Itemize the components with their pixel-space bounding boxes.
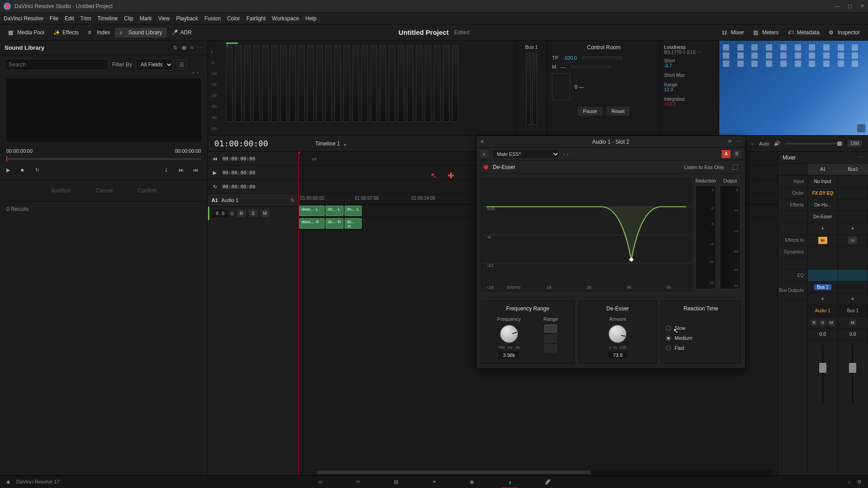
preset-next-icon[interactable]: › xyxy=(567,151,569,157)
dynamics-graph[interactable] xyxy=(808,246,838,270)
menu-color[interactable]: Color xyxy=(227,15,240,22)
eq-graph[interactable] xyxy=(808,270,838,282)
track-fx-icon[interactable]: fx xyxy=(290,197,294,203)
mixer-ch-a1[interactable]: A1 xyxy=(808,164,838,175)
menu-clip[interactable]: Clip xyxy=(124,15,133,22)
menu-timeline[interactable]: Timeline xyxy=(97,15,118,22)
sort-icon[interactable]: ⇅ xyxy=(173,45,177,51)
skip-fwd-icon[interactable]: ⏭ xyxy=(179,167,187,175)
clip-3[interactable]: de... ·L xyxy=(344,206,362,216)
monitor-volume-slider[interactable] xyxy=(785,143,844,145)
preset-prev-icon[interactable]: ‹ xyxy=(563,151,565,157)
play-icon[interactable]: ▶ xyxy=(6,167,14,175)
menu-view[interactable]: View xyxy=(158,15,170,22)
home-icon[interactable]: ⌂ xyxy=(848,479,851,485)
ab-b-button[interactable]: B xyxy=(732,150,741,158)
sound-library-button[interactable]: ♪Sound Library xyxy=(115,28,167,38)
bus-output[interactable]: Bus 1 xyxy=(814,284,831,290)
menu-fusion[interactable]: Fusion xyxy=(204,15,221,22)
clip-2[interactable]: de... ·L xyxy=(326,206,344,216)
confirm-button[interactable]: Confirm xyxy=(130,185,165,197)
mixer-ch-bus[interactable]: Bus1 xyxy=(838,164,868,175)
grid-view-icon[interactable]: ▦ xyxy=(182,45,186,51)
ch-s[interactable]: S xyxy=(819,319,826,326)
frequency-value[interactable]: 3.98k xyxy=(499,352,520,359)
bus-dynamics-graph[interactable] xyxy=(838,246,868,270)
expand-monitor-icon[interactable] xyxy=(857,124,865,132)
deliver-page-icon[interactable]: 🚀 xyxy=(542,478,553,487)
effects-button[interactable]: ✨Effects xyxy=(49,28,83,38)
bus-add-icon[interactable]: + xyxy=(808,293,838,305)
filter-options-icon[interactable]: ☰ xyxy=(177,60,187,70)
menu-edit[interactable]: Edit xyxy=(65,15,74,22)
prev-result-icon[interactable]: ‹ xyxy=(193,70,194,75)
maximize-icon[interactable]: ▢ xyxy=(848,3,852,9)
timeline-selector[interactable]: Timeline 1⌄ xyxy=(315,141,347,147)
dim-button[interactable]: DIM xyxy=(848,140,862,147)
ab-a-button[interactable]: A xyxy=(722,150,731,158)
pause-button[interactable]: Pause xyxy=(578,107,603,116)
cancel-button[interactable]: Cancel xyxy=(88,185,121,197)
ch-vol[interactable]: 0.0 xyxy=(808,328,838,340)
ch-r[interactable]: R xyxy=(811,319,818,326)
mixer-menu-icon[interactable]: ⋯ xyxy=(859,155,863,160)
menu-mark[interactable]: Mark xyxy=(140,15,152,22)
preview-scrubber[interactable] xyxy=(6,158,201,160)
solo-button[interactable]: S xyxy=(249,209,258,217)
bus-m[interactable]: M xyxy=(849,319,856,326)
reset-button[interactable]: Reset xyxy=(606,107,630,116)
fx-close-icon[interactable]: ✕ xyxy=(480,139,484,145)
tc-in[interactable]: 00:00:00:00 xyxy=(222,156,255,162)
menu-workspace[interactable]: Workspace xyxy=(272,15,299,22)
bus-eq-graph[interactable] xyxy=(838,270,868,282)
frequency-knob[interactable] xyxy=(500,324,519,343)
bus-effects-in-button[interactable]: In xyxy=(848,237,857,244)
menu-file[interactable]: File xyxy=(50,15,58,22)
track-volume[interactable]: 0.0 xyxy=(213,210,227,217)
list-view-icon[interactable]: ≡ xyxy=(191,45,193,51)
fx-add-icon[interactable]: + xyxy=(808,223,838,235)
ess-only-checkbox[interactable] xyxy=(732,164,738,170)
menu-resolve[interactable]: DaVinci Resolve xyxy=(4,15,43,22)
preset-select[interactable]: Male ESS* xyxy=(492,149,560,159)
playhead[interactable] xyxy=(298,152,299,475)
minimize-icon[interactable]: — xyxy=(835,3,840,9)
reaction-fast-radio[interactable]: Fast xyxy=(666,345,736,351)
goto-start-icon[interactable]: ⏮ xyxy=(212,155,218,162)
range-narrow-icon[interactable] xyxy=(544,324,557,333)
filter-select[interactable]: All Fields xyxy=(136,59,173,70)
media-page-icon[interactable]: ▭ xyxy=(315,478,326,487)
tc-play[interactable]: 00:00:00:00 xyxy=(222,170,255,176)
fusion-page-icon[interactable]: ✦ xyxy=(429,478,439,487)
range-wide-icon[interactable] xyxy=(544,334,557,343)
media-pool-button[interactable]: ▦Media Pool xyxy=(4,28,49,38)
clip-1[interactable]: dees... ·L xyxy=(299,206,325,216)
scrub-playhead[interactable] xyxy=(6,156,7,162)
search-input[interactable] xyxy=(5,59,108,70)
mute-button[interactable]: M xyxy=(260,209,269,217)
inspector-toggle[interactable]: ⚙Inspector xyxy=(824,28,864,38)
automation-icon[interactable]: ⊙ xyxy=(230,211,234,216)
ch-m[interactable]: M xyxy=(828,319,835,326)
fx-slot-1[interactable]: De-Hu... xyxy=(808,199,838,211)
tc-dur[interactable]: 00:00:00:00 xyxy=(222,184,255,190)
loudness-menu-icon[interactable]: ⋯ xyxy=(697,50,701,55)
color-page-icon[interactable]: ◉ xyxy=(467,478,477,487)
fx-menu-icon[interactable]: ⋯ xyxy=(736,139,741,145)
fx-slot-2[interactable]: De-Esser xyxy=(808,211,838,223)
adr-button[interactable]: 🎤ADR xyxy=(167,28,196,38)
preset-add-icon[interactable]: + xyxy=(480,150,488,158)
loop-icon[interactable]: ↻ xyxy=(35,167,43,175)
track-header[interactable]: A1 Audio 1 fx xyxy=(208,194,298,206)
clip-6[interactable]: de... ·R xyxy=(344,218,362,229)
clip-5[interactable]: de... ·R xyxy=(326,218,344,229)
menu-help[interactable]: Help xyxy=(305,15,316,22)
bus-fx-add-icon[interactable]: + xyxy=(838,223,868,235)
meters-toggle[interactable]: ▥Meters xyxy=(749,28,783,38)
reaction-slow-radio[interactable]: Slow xyxy=(666,325,736,331)
skip-back-icon[interactable]: ⏮ xyxy=(193,167,201,175)
menu-playback[interactable]: Playback xyxy=(176,15,198,22)
fx-power-icon[interactable] xyxy=(484,165,488,169)
channel-name-2[interactable]: Bus 1 xyxy=(838,305,868,317)
next-result-icon[interactable]: › xyxy=(197,70,198,75)
